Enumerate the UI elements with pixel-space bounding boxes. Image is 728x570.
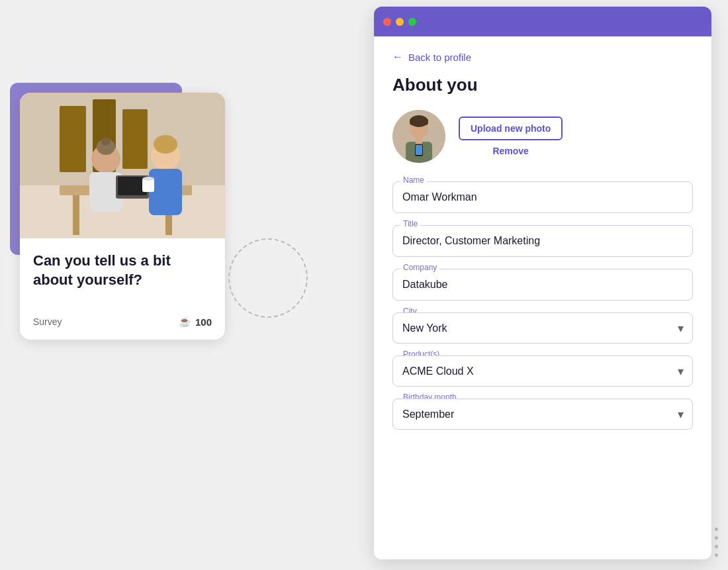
dot <box>715 553 718 557</box>
points-value: 100 <box>195 316 212 328</box>
svg-rect-4 <box>122 109 148 169</box>
survey-card: Can you tell us a bit about yourself? Su… <box>20 93 225 340</box>
survey-type-label: Survey <box>33 316 62 327</box>
company-input[interactable] <box>392 269 693 301</box>
svg-rect-14 <box>149 169 182 215</box>
svg-point-18 <box>142 177 154 181</box>
survey-card-title: Can you tell us a bit about yourself? <box>33 252 212 289</box>
survey-points: ☕ 100 <box>179 316 212 328</box>
survey-card-image <box>20 93 225 238</box>
back-link-label: Back to profile <box>408 52 471 63</box>
svg-point-13 <box>154 135 177 154</box>
name-field: Name <box>392 181 693 213</box>
window-minimize-button[interactable] <box>396 18 404 26</box>
birthday-select[interactable]: January February March April May June Ju… <box>392 399 693 430</box>
remove-photo-link[interactable]: Remove <box>459 146 563 156</box>
page-title: About you <box>392 75 693 95</box>
upload-photo-button[interactable]: Upload new photo <box>459 117 563 140</box>
browser-content: ← Back to profile About you <box>374 36 711 559</box>
photo-actions: Upload new photo Remove <box>459 117 563 156</box>
birthday-select-wrapper: January February March April May June Ju… <box>392 399 693 430</box>
browser-titlebar <box>374 7 711 36</box>
dot <box>715 536 718 540</box>
dashed-connector <box>228 238 308 318</box>
svg-rect-22 <box>410 119 428 125</box>
dot <box>715 545 718 548</box>
survey-card-footer: Survey ☕ 100 <box>33 316 212 328</box>
company-label: Company <box>400 263 439 272</box>
title-field: Title <box>392 225 693 257</box>
svg-rect-26 <box>416 137 422 144</box>
company-field: Company <box>392 269 693 301</box>
svg-rect-6 <box>73 195 79 235</box>
dot <box>715 528 718 531</box>
title-input[interactable] <box>392 225 693 257</box>
browser-window: ← Back to profile About you <box>374 7 711 559</box>
back-arrow-icon: ← <box>392 51 403 63</box>
back-to-profile-link[interactable]: ← Back to profile <box>392 51 693 63</box>
window-close-button[interactable] <box>383 18 391 26</box>
products-select[interactable]: ACME Cloud X ACME Cloud Y ACME Enterpris… <box>392 356 693 387</box>
photo-section: Upload new photo Remove <box>392 110 693 163</box>
city-select[interactable]: New York Los Angeles Chicago San Francis… <box>392 312 693 344</box>
city-field: City New York Los Angeles Chicago San Fr… <box>392 312 693 344</box>
title-label: Title <box>400 219 420 228</box>
products-field: Product(s) ACME Cloud X ACME Cloud Y ACM… <box>392 356 693 387</box>
survey-card-body: Can you tell us a bit about yourself? Su… <box>20 238 225 340</box>
svg-rect-2 <box>60 106 86 172</box>
avatar <box>392 110 445 163</box>
products-select-wrapper: ACME Cloud X ACME Cloud Y ACME Enterpris… <box>392 356 693 387</box>
name-label: Name <box>400 175 427 185</box>
coffee-icon: ☕ <box>179 316 191 328</box>
window-maximize-button[interactable] <box>408 18 416 26</box>
birthday-field: Birthday month January February March Ap… <box>392 399 693 430</box>
svg-point-10 <box>101 138 111 146</box>
name-input[interactable] <box>392 181 693 213</box>
svg-rect-25 <box>416 145 422 155</box>
city-select-wrapper: New York Los Angeles Chicago San Francis… <box>392 312 693 344</box>
